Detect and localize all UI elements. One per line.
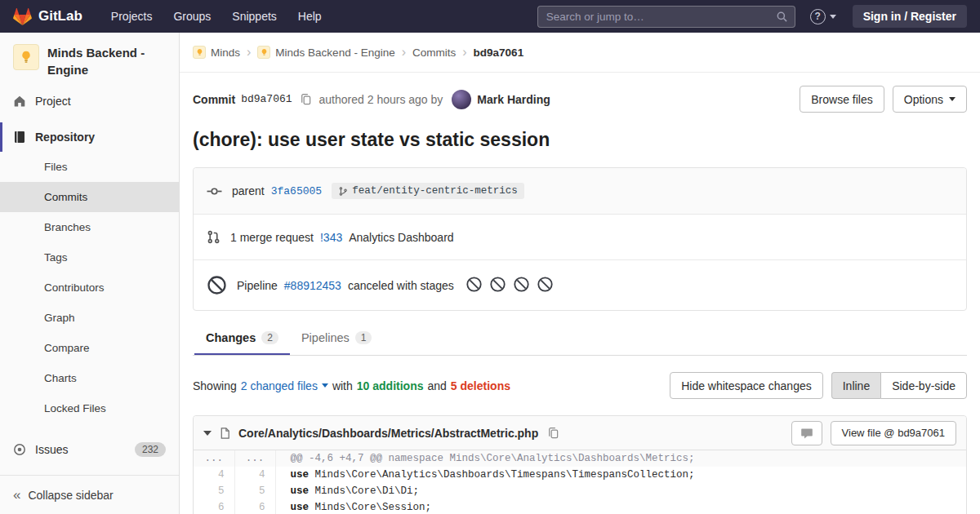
chevron-down-icon (830, 15, 836, 19)
stage-canceled-icon[interactable] (513, 276, 530, 295)
group-avatar (193, 46, 206, 59)
diff-line-row: 5 5 use Minds\Core\Di\Di; (194, 483, 966, 499)
new-line-number[interactable]: 6 (234, 499, 275, 514)
brand-text: GitLab (38, 8, 82, 24)
main-content: Minds › Minds Backend - Engine › Commits… (180, 33, 980, 514)
old-line-number[interactable]: 6 (194, 499, 234, 514)
code-line: use Minds\Core\Analytics\Dashboards\Time… (275, 467, 966, 483)
browse-files-button[interactable]: Browse files (800, 86, 884, 113)
old-line-number: ... (194, 450, 234, 467)
sidebar-item-issues[interactable]: Issues 232 (0, 433, 179, 466)
commit-info-box: parent 3fa65005 feat/entity-centric-metr… (193, 167, 967, 311)
breadcrumb-commits[interactable]: Commits (412, 47, 456, 59)
inline-view-button[interactable]: Inline (831, 372, 880, 399)
chevron-down-icon (322, 383, 328, 388)
commit-sha: bd9a7061 (241, 93, 292, 105)
copy-sha-button[interactable] (298, 91, 314, 107)
copy-file-path-button[interactable] (546, 425, 561, 441)
additions-count: 10 additions (357, 379, 424, 392)
help-icon: ? (810, 9, 826, 24)
diff-view-toggle: Inline Side-by-side (831, 372, 967, 399)
commit-meta-row: Commit bd9a7061 authored 2 hours ago by … (193, 86, 967, 113)
collapse-icon: « (13, 488, 20, 502)
help-menu[interactable]: ? (810, 9, 836, 24)
parent-label: parent (232, 184, 265, 197)
project-mini-avatar (257, 46, 270, 59)
project-sidebar: Minds Backend - Engine Project Repositor… (0, 33, 180, 514)
tanuki-icon (13, 7, 32, 26)
search-icon[interactable] (776, 11, 788, 25)
breadcrumb-minds[interactable]: Minds (193, 46, 240, 59)
chevron-down-icon (949, 97, 956, 101)
authored-text: authored 2 hours ago by (319, 93, 443, 106)
sidebar-item-files[interactable]: Files (0, 152, 179, 182)
breadcrumb-separator: › (247, 46, 251, 59)
project-avatar (13, 44, 39, 70)
commit-icon (207, 184, 222, 199)
author-avatar[interactable] (452, 90, 471, 109)
view-file-button[interactable]: View file @ bd9a7061 (831, 421, 956, 445)
nav-projects[interactable]: Projects (100, 0, 163, 33)
breadcrumb-separator: › (462, 46, 466, 59)
changed-files-dropdown[interactable]: 2 changed files (241, 379, 328, 392)
branch-ref-chip[interactable]: feat/entity-centric-metrics (332, 183, 524, 199)
sidebar-item-graph[interactable]: Graph (0, 303, 179, 333)
mr-link[interactable]: !343 (320, 231, 342, 244)
global-search (537, 6, 795, 28)
old-line-number[interactable]: 4 (194, 467, 234, 483)
options-button[interactable]: Options (893, 86, 967, 113)
new-line-number[interactable]: 4 (234, 467, 275, 483)
issues-icon (13, 443, 26, 456)
breadcrumb: Minds › Minds Backend - Engine › Commits… (180, 33, 980, 73)
sidebar-item-compare[interactable]: Compare (0, 333, 179, 363)
breadcrumb-project[interactable]: Minds Backend - Engine (257, 46, 394, 59)
sign-in-button[interactable]: Sign in / Register (853, 5, 967, 28)
branch-icon (338, 186, 348, 197)
changes-count-badge: 2 (261, 331, 278, 344)
diff-stats-bar: Showing 2 changed files with 10 addition… (193, 372, 967, 399)
commit-title: (chore): use user state vs static sessio… (193, 129, 967, 151)
nav-groups[interactable]: Groups (163, 0, 221, 33)
tab-changes[interactable]: Changes 2 (194, 322, 290, 355)
commit-label: Commit (193, 93, 235, 106)
sidebar-item-charts[interactable]: Charts (0, 363, 179, 393)
parent-sha-link[interactable]: 3fa65005 (271, 185, 322, 197)
code-line: use Minds\Core\Di\Di; (275, 483, 966, 499)
collapse-sidebar-button[interactable]: « Collapse sidebar (0, 475, 179, 514)
sidebar-item-commits[interactable]: Commits (0, 182, 179, 212)
stage-canceled-icon[interactable] (537, 276, 554, 295)
new-line-number[interactable]: 5 (234, 483, 275, 499)
file-diff-header: Core/Analytics/Dashboards/Metrics/Abstra… (194, 416, 966, 450)
stage-canceled-icon[interactable] (466, 276, 483, 295)
sidebar-project-header[interactable]: Minds Backend - Engine (0, 33, 179, 86)
sidebar-item-locked-files[interactable]: Locked Files (0, 393, 179, 423)
sidebar-item-tags[interactable]: Tags (0, 242, 179, 273)
pipeline-link[interactable]: #88912453 (284, 279, 341, 292)
toggle-comments-button[interactable] (791, 421, 822, 445)
sidebar-item-contributors[interactable]: Contributors (0, 273, 179, 303)
hide-whitespace-button[interactable]: Hide whitespace changes (670, 372, 823, 399)
sidebar-item-project[interactable]: Project (0, 86, 179, 116)
deletions-count: 5 deletions (451, 379, 510, 392)
diff-line-row: 4 4 use Minds\Core\Analytics\Dashboards\… (194, 467, 966, 483)
repository-icon (13, 131, 26, 144)
sidebar-item-repository[interactable]: Repository (0, 122, 179, 152)
side-by-side-view-button[interactable]: Side-by-side (880, 372, 967, 399)
stage-canceled-icon[interactable] (489, 276, 506, 295)
search-input[interactable] (546, 11, 770, 23)
tab-pipelines[interactable]: Pipelines 1 (290, 322, 384, 355)
issues-count-badge: 232 (135, 442, 166, 457)
breadcrumb-sha: bd9a7061 (474, 47, 524, 59)
project-title: Minds Backend - Engine (47, 44, 166, 78)
nav-snippets[interactable]: Snippets (221, 0, 287, 33)
top-navbar: GitLab Projects Groups Snippets Help ? S… (0, 0, 980, 33)
old-line-number[interactable]: 5 (194, 483, 234, 499)
sidebar-item-branches[interactable]: Branches (0, 212, 179, 242)
author-name[interactable]: Mark Harding (477, 93, 550, 106)
hunk-header-text: @@ -4,6 +4,7 @@ namespace Minds\Core\Ana… (275, 450, 966, 467)
merge-request-row: 1 merge request !343 Analytics Dashboard (194, 214, 966, 259)
gitlab-logo[interactable]: GitLab (13, 7, 82, 26)
file-path[interactable]: Core/Analytics/Dashboards/Metrics/Abstra… (238, 427, 538, 440)
collapse-diff-caret-icon[interactable] (203, 431, 212, 436)
nav-help[interactable]: Help (287, 0, 332, 33)
